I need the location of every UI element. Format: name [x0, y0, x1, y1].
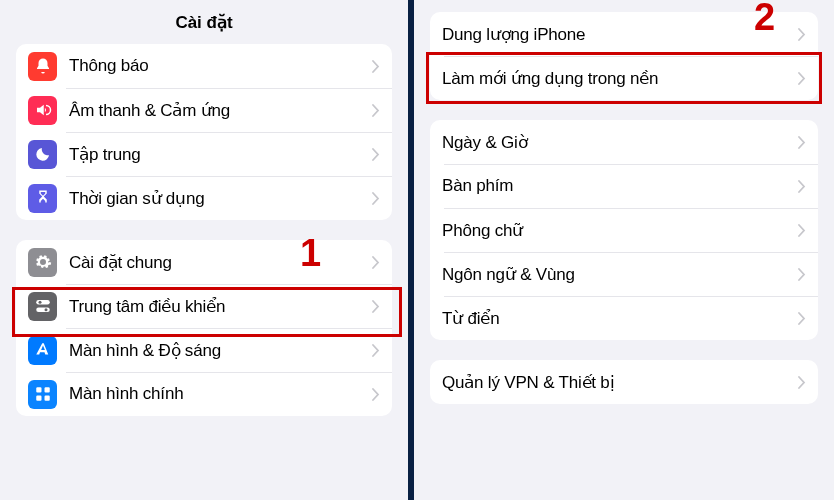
row-date-time[interactable]: Ngày & Giờ: [430, 120, 818, 164]
chevron-right-icon: [798, 180, 806, 193]
row-label: Âm thanh & Cảm ứng: [69, 100, 372, 121]
row-fonts[interactable]: Phông chữ: [430, 208, 818, 252]
speaker-icon: [28, 96, 57, 125]
general-group-2: Ngày & Giờ Bàn phím Phông chữ Ngôn ngữ &…: [430, 120, 818, 340]
apps-grid-icon: [28, 380, 57, 409]
row-background-app-refresh[interactable]: Làm mới ứng dụng trong nền: [430, 56, 818, 100]
moon-icon: [28, 140, 57, 169]
row-homescreen[interactable]: Màn hình chính: [16, 372, 392, 416]
row-label: Bàn phím: [442, 176, 798, 196]
row-label: Cài đặt chung: [69, 252, 372, 273]
chevron-right-icon: [798, 28, 806, 41]
chevron-right-icon: [798, 268, 806, 281]
row-label: Màn hình chính: [69, 384, 372, 404]
general-group-3: Quản lý VPN & Thiết bị: [430, 360, 818, 404]
row-label: Ngôn ngữ & Vùng: [442, 264, 798, 285]
row-label: Ngày & Giờ: [442, 132, 798, 153]
bell-icon: [28, 52, 57, 81]
textsize-icon: [28, 336, 57, 365]
row-display[interactable]: Màn hình & Độ sáng: [16, 328, 392, 372]
row-sounds[interactable]: Âm thanh & Cảm ứng: [16, 88, 392, 132]
chevron-right-icon: [372, 300, 380, 313]
settings-group-1: Thông báo Âm thanh & Cảm ứng Tập trung T…: [16, 44, 392, 220]
page-title: Cài đặt: [0, 0, 408, 44]
callout-number-2: 2: [754, 0, 775, 39]
svg-rect-0: [36, 300, 50, 305]
row-keyboard[interactable]: Bàn phím: [430, 164, 818, 208]
row-general[interactable]: Cài đặt chung: [16, 240, 392, 284]
svg-point-3: [44, 308, 47, 311]
svg-rect-4: [36, 387, 41, 392]
gear-icon: [28, 248, 57, 277]
row-notifications[interactable]: Thông báo: [16, 44, 392, 88]
chevron-right-icon: [372, 256, 380, 269]
chevron-right-icon: [798, 312, 806, 325]
row-label: Phông chữ: [442, 220, 798, 241]
svg-point-2: [38, 301, 41, 304]
row-label: Tập trung: [69, 144, 372, 165]
svg-rect-7: [44, 396, 49, 401]
row-label: Làm mới ứng dụng trong nền: [442, 68, 798, 89]
callout-number-1: 1: [300, 232, 321, 275]
row-label: Dung lượng iPhone: [442, 24, 798, 45]
row-label: Quản lý VPN & Thiết bị: [442, 372, 798, 393]
row-screentime[interactable]: Thời gian sử dụng: [16, 176, 392, 220]
row-vpn-device[interactable]: Quản lý VPN & Thiết bị: [430, 360, 818, 404]
row-label: Thông báo: [69, 56, 372, 76]
hourglass-icon: [28, 184, 57, 213]
svg-rect-5: [44, 387, 49, 392]
svg-rect-6: [36, 396, 41, 401]
chevron-right-icon: [372, 388, 380, 401]
row-language-region[interactable]: Ngôn ngữ & Vùng: [430, 252, 818, 296]
row-label: Màn hình & Độ sáng: [69, 340, 372, 361]
chevron-right-icon: [798, 224, 806, 237]
settings-group-2: Cài đặt chung Trung tâm điều khiển Màn h…: [16, 240, 392, 416]
row-control-center[interactable]: Trung tâm điều khiển: [16, 284, 392, 328]
chevron-right-icon: [372, 104, 380, 117]
toggles-icon: [28, 292, 57, 321]
svg-rect-1: [36, 308, 50, 313]
chevron-right-icon: [798, 376, 806, 389]
row-dictionary[interactable]: Từ điển: [430, 296, 818, 340]
general-screen: Dung lượng iPhone Làm mới ứng dụng trong…: [414, 0, 834, 500]
chevron-right-icon: [372, 192, 380, 205]
row-label: Thời gian sử dụng: [69, 188, 372, 209]
chevron-right-icon: [372, 148, 380, 161]
row-focus[interactable]: Tập trung: [16, 132, 392, 176]
row-label: Từ điển: [442, 308, 798, 329]
chevron-right-icon: [372, 344, 380, 357]
chevron-right-icon: [372, 60, 380, 73]
chevron-right-icon: [798, 136, 806, 149]
row-label: Trung tâm điều khiển: [69, 296, 372, 317]
settings-screen: Cài đặt Thông báo Âm thanh & Cảm ứng Tập…: [0, 0, 414, 500]
chevron-right-icon: [798, 72, 806, 85]
